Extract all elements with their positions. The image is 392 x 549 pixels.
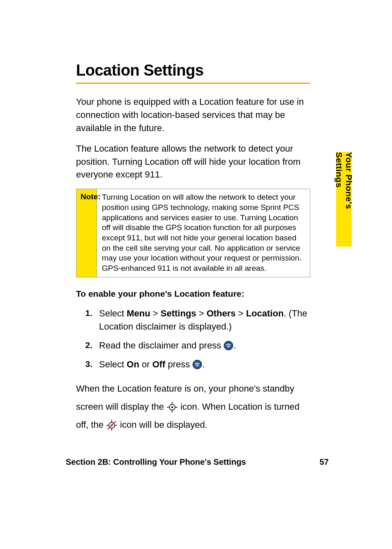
intro-paragraph-1: Your phone is equipped with a Location f… <box>76 95 310 135</box>
page-number: 57 <box>320 457 329 467</box>
location-on-icon <box>166 401 178 413</box>
section-heading: Location Settings <box>76 62 310 79</box>
step-body: Read the disclaimer and press MENUOK. <box>99 339 310 352</box>
step-2: 2. Read the disclaimer and press MENUOK. <box>76 339 310 352</box>
side-tab-label: Your Phone's Settings <box>334 152 354 247</box>
note-box: Note: Turning Location on will allow the… <box>76 189 310 277</box>
svg-text:OK: OK <box>196 364 199 366</box>
svg-point-13 <box>172 406 173 408</box>
note-text: Turning Location on will allow the netwo… <box>97 189 310 277</box>
page-footer: Section 2B: Controlling Your Phone's Set… <box>66 457 329 467</box>
step-3: 3. Select On or Off press MENUOK. <box>76 358 310 371</box>
enable-subheading: To enable your phone's Location feature: <box>76 289 310 299</box>
note-label: Note: <box>76 189 97 277</box>
side-tab: Your Phone's Settings <box>336 152 352 247</box>
step-body: Select Menu > Settings > Others > Locati… <box>99 307 310 333</box>
footer-section-label: Section 2B: Controlling Your Phone's Set… <box>66 457 246 467</box>
heading-rule <box>76 83 310 84</box>
content-column: Location Settings Your phone is equipped… <box>76 62 310 443</box>
step-number: 1. <box>76 307 92 319</box>
after-paragraph: When the Location feature is on, your ph… <box>76 380 310 434</box>
step-number: 3. <box>76 358 92 370</box>
step-1: 1. Select Menu > Settings > Others > Loc… <box>76 307 310 333</box>
step-number: 2. <box>76 339 92 351</box>
intro-paragraph-2: The Location feature allows the network … <box>76 142 310 182</box>
step-body: Select On or Off press MENUOK. <box>99 358 310 371</box>
location-off-icon <box>106 419 118 431</box>
svg-text:OK: OK <box>227 345 231 347</box>
menu-ok-button-icon: MENUOK <box>192 360 202 369</box>
menu-ok-button-icon: MENUOK <box>224 341 233 351</box>
page: Location Settings Your phone is equipped… <box>0 0 392 549</box>
steps-list: 1. Select Menu > Settings > Others > Loc… <box>76 307 310 371</box>
